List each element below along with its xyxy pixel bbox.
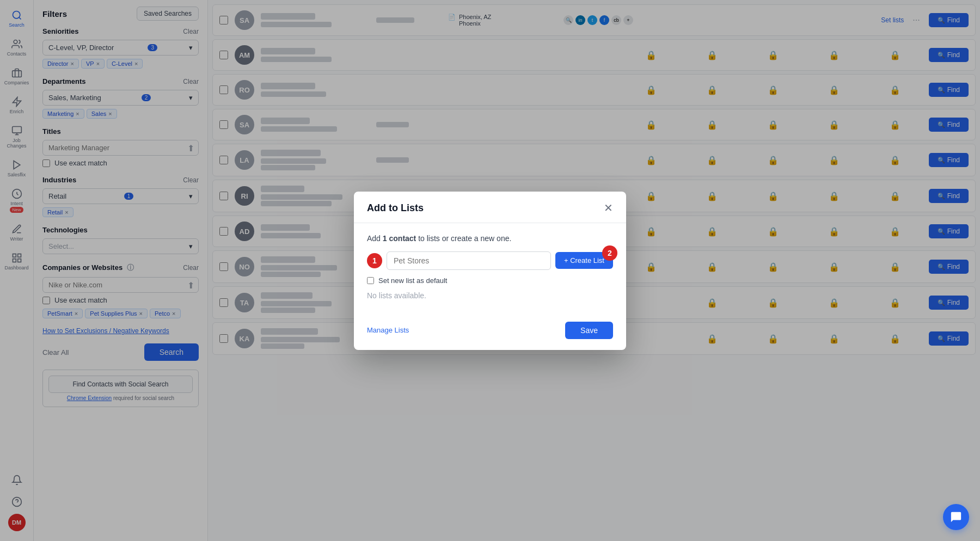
step-2-badge: 2 <box>602 245 617 261</box>
list-search-row: 1 2 + Create List <box>367 251 613 270</box>
manage-lists-link[interactable]: Manage Lists <box>367 326 409 334</box>
add-to-lists-modal: Add to Lists ✕ Add 1 contact to lists or… <box>354 192 626 350</box>
step-1-badge: 1 <box>367 253 382 268</box>
modal-body: Add 1 contact to lists or create a new o… <box>354 223 626 315</box>
save-btn[interactable]: Save <box>565 322 613 339</box>
set-default-row: Set new list as default <box>367 276 613 285</box>
set-default-label: Set new list as default <box>378 276 447 285</box>
modal-footer: Manage Lists Save <box>354 315 626 350</box>
modal-subtitle-bold: 1 contact <box>383 234 416 243</box>
chat-bubble[interactable] <box>943 504 969 530</box>
modal-overlay[interactable]: Add to Lists ✕ Add 1 contact to lists or… <box>0 0 980 541</box>
modal-header: Add to Lists ✕ <box>354 192 626 223</box>
modal-close-btn[interactable]: ✕ <box>604 202 613 213</box>
no-lists-text: No lists available. <box>367 291 613 300</box>
set-default-checkbox[interactable] <box>367 277 374 284</box>
modal-title: Add to Lists <box>367 202 424 214</box>
modal-subtitle: Add 1 contact to lists or create a new o… <box>367 234 613 243</box>
create-list-wrapper: 2 + Create List <box>555 252 613 269</box>
list-name-input[interactable] <box>387 251 551 270</box>
